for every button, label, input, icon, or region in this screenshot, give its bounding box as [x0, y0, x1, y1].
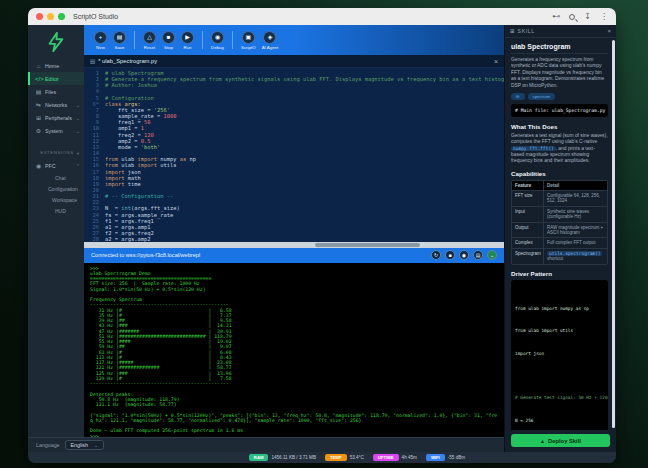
skill-title: ulab Spectrogram [511, 43, 608, 54]
toolbar-button-icon: ▶ [185, 34, 190, 40]
code-editor[interactable]: 1# ulab Spectrogram2# Generate a frequen… [84, 68, 504, 242]
sidebar-item[interactable]: HUD [28, 205, 84, 216]
toolbar-button[interactable] [134, 31, 135, 49]
sidebar-item-label: Configuration [48, 186, 78, 192]
panel-scrollbar[interactable] [612, 40, 615, 428]
sidebar-item[interactable]: ◉ PFC ⌃ [28, 159, 84, 172]
status-badge: UPTIME 4h 45m [373, 454, 417, 461]
sidebar-item[interactable]: ⊞ Peripherals ⌄ [28, 111, 84, 124]
detail-cell: RAW magnitude spectrum + ASCII histogram [544, 223, 607, 238]
close-tab-icon[interactable]: × [494, 58, 498, 65]
toolbar-button-icon: ◉ [215, 34, 220, 40]
chevron-icon: ⌄ [76, 102, 80, 108]
lightning-bolt-icon [45, 31, 67, 53]
sidebar-item-label: PFC [45, 163, 56, 169]
sidebar-nav: ⌂ Home </> Editor [28, 59, 84, 216]
sidebar-item[interactable]: Configuration [28, 183, 84, 194]
editor-horizontal-scrollbar[interactable] [84, 242, 504, 248]
code-line: N = 256 [515, 418, 604, 424]
toolbar-button-label: Reset [144, 45, 155, 50]
sidebar-item-label: Peripherals [45, 115, 72, 121]
title-bar: ScriptO Studio ⊷ ↧ ⋮ [28, 8, 616, 25]
sidebar-item-label: Chat [55, 175, 66, 181]
code-line: from ulab import numpy as np [515, 306, 604, 312]
search-icon[interactable] [569, 14, 575, 20]
chevron-icon: ⌄ [76, 115, 80, 121]
toolbar-button[interactable]: ◉ Debug [211, 31, 224, 50]
sidebar-item[interactable]: ⚙ System ⌄ [28, 124, 84, 137]
code-line: from ulab import utils [515, 328, 604, 334]
sidebar-item-icon: ⇆ [35, 101, 42, 108]
sidebar-item[interactable]: ⇆ Networks ⌄ [28, 98, 84, 111]
chevron-icon: ⌃ [76, 163, 80, 169]
feature-cell: Input [512, 207, 544, 222]
connection-button[interactable]: ◉ [459, 250, 469, 260]
file-icon: ▤ [90, 58, 95, 64]
connection-button[interactable]: ▤ [473, 250, 483, 260]
key-icon[interactable]: ⊷ [552, 13, 560, 21]
menu-icon[interactable]: ⋮ [600, 13, 608, 21]
close-window-button[interactable] [36, 13, 43, 20]
driver-pattern-heading: Driver Pattern [511, 270, 608, 277]
capabilities-table: Feature Detail FFT size Configurable 64,… [511, 180, 608, 265]
download-icon[interactable]: ↧ [584, 13, 591, 21]
toolbar-button[interactable]: ■ Stop [162, 31, 175, 50]
window-title: ScriptO Studio [73, 13, 118, 20]
toolbar-button-icon: △ [147, 34, 152, 40]
terminal-output[interactable]: >>> ulab Spectrogram Demo ==============… [84, 263, 504, 438]
toolbar-button-icon: ◈ [268, 34, 273, 40]
close-panel-icon[interactable]: × [607, 28, 611, 34]
toolbar-button[interactable] [232, 31, 233, 49]
toolbar-button[interactable]: ▤ Save [113, 31, 126, 50]
zoom-window-button[interactable] [58, 13, 65, 20]
connection-button[interactable]: ■ [445, 250, 455, 260]
scrollbar-thumb[interactable] [315, 243, 420, 247]
status-badge-label: RAM [249, 454, 269, 461]
what-this-does-heading: What This Does [511, 123, 608, 130]
toolbar-button[interactable]: ▶ Run [181, 31, 194, 50]
toolbar-button-label: New [96, 45, 105, 50]
connection-button-icon: ■ [448, 253, 451, 258]
skill-panel-title: SKILL [518, 28, 535, 34]
toolbar-button-icon: ■ [167, 34, 171, 40]
sidebar-item-label: Home [45, 63, 59, 69]
sidebar-item-label: Workspace [52, 197, 77, 203]
toolbar-button[interactable] [202, 31, 203, 49]
minimize-window-button[interactable] [47, 13, 54, 20]
status-bar: RAM 1456.11 KB / 3.71 MB TEMP 53.4°C UPT… [28, 452, 616, 463]
connection-button-icon: ◉ [462, 253, 466, 258]
toolbar-button[interactable]: △ Reset [143, 31, 156, 50]
skill-icon: ⊞ [510, 28, 515, 34]
sidebar-item[interactable]: </> Editor [28, 72, 84, 85]
sidebar-item[interactable]: Chat [28, 172, 84, 183]
connection-button[interactable]: ⌄ [487, 250, 497, 260]
sidebar-item[interactable]: ⌂ Home [28, 59, 84, 72]
app-logo [28, 25, 84, 59]
status-badge-label: UPTIME [373, 454, 399, 461]
what-this-does-text: Generates a test signal (sum of sine wav… [511, 133, 608, 164]
editor-tab[interactable]: * ulab_Spectrogram.py [98, 58, 157, 64]
status-badge: WIFI -55 dBm [426, 454, 465, 461]
sidebar-item[interactable]: Workspace [28, 194, 84, 205]
deploy-label: Deploy Skill [548, 438, 581, 444]
connection-button[interactable]: ↻ [431, 250, 441, 260]
toolbar-button[interactable]: ▣ ScriptO [241, 31, 256, 50]
toolbar-button-icon: ▤ [117, 34, 123, 40]
status-badge-label: WIFI [426, 454, 445, 461]
sidebar-item[interactable]: ▤ Files [28, 85, 84, 98]
deploy-icon: ▲ [540, 438, 545, 444]
language-label: Language [36, 442, 60, 448]
table-row: Spectrogram utils.spectrogram() shortcut [512, 248, 607, 264]
language-row: Language English ⌄ [28, 437, 504, 452]
toolbar-button[interactable]: + New [94, 31, 107, 50]
toolbar-button[interactable]: ◈ AI Agent [262, 31, 279, 50]
sidebar-item-label: Networks [45, 102, 67, 108]
detail-cell: Configurable 64, 128, 256, 512, 1024 [544, 191, 607, 206]
status-badge: TEMP 53.4°C [325, 454, 364, 461]
deploy-skill-button[interactable]: ▲ Deploy Skill [511, 434, 610, 447]
language-select[interactable]: English ⌄ [65, 440, 105, 450]
sidebar-item[interactable]: EXTENSIONS + [28, 146, 84, 159]
skill-tag: fft [511, 93, 525, 100]
toolbar-button-label: ScriptO [241, 45, 256, 50]
sidebar-item-icon: </> [35, 76, 42, 82]
